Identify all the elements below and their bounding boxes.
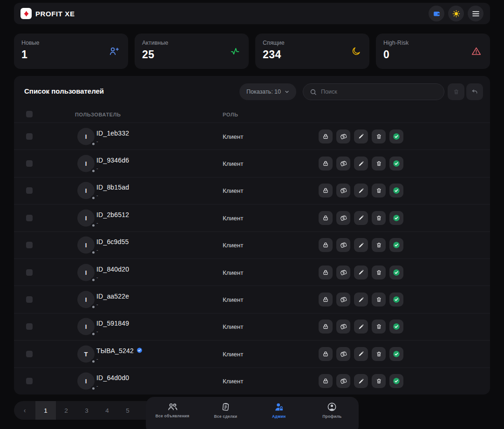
- lock-button[interactable]: [319, 347, 333, 361]
- edit-button[interactable]: [354, 266, 368, 279]
- delete-button[interactable]: [372, 157, 386, 170]
- row-checkbox[interactable]: [26, 133, 33, 140]
- edit-button[interactable]: [354, 157, 368, 170]
- cash-button[interactable]: [336, 320, 350, 334]
- approve-button[interactable]: [389, 293, 403, 306]
- delete-button[interactable]: [372, 184, 386, 197]
- cash-button[interactable]: [336, 211, 350, 225]
- user-name-block: ID_1eb332 -: [96, 129, 129, 143]
- delete-button[interactable]: [372, 211, 386, 225]
- lock-button[interactable]: [319, 211, 333, 225]
- check-circle-icon: [392, 214, 401, 222]
- cash-button[interactable]: [336, 184, 350, 197]
- bulk-delete-button[interactable]: [448, 83, 464, 100]
- row-checkbox[interactable]: [26, 187, 33, 194]
- approve-button[interactable]: [389, 211, 403, 225]
- row-checkbox[interactable]: [26, 351, 33, 357]
- pencil-icon: [358, 269, 364, 275]
- edit-button[interactable]: [354, 320, 368, 334]
- table-row: Т ТЫВА_5242 - Клиент: [14, 340, 490, 367]
- nav-label: Все сделки: [214, 414, 238, 419]
- user-subtext: -: [96, 192, 129, 198]
- delete-button[interactable]: [372, 293, 386, 306]
- approve-button[interactable]: [389, 129, 403, 143]
- page-button[interactable]: 3: [76, 401, 97, 420]
- nav-item-all-deals[interactable]: Все сделки: [199, 402, 252, 419]
- lock-icon: [322, 378, 329, 384]
- table-row: I ID_591849 - Клиент: [14, 313, 490, 340]
- lock-button[interactable]: [319, 184, 333, 197]
- stat-card-active: Активные 25: [135, 34, 249, 69]
- lock-button[interactable]: [319, 293, 333, 306]
- edit-button[interactable]: [354, 347, 368, 361]
- approve-button[interactable]: [389, 320, 403, 334]
- nav-item-profile[interactable]: Профиль: [306, 402, 359, 419]
- approve-button[interactable]: [389, 157, 403, 170]
- activity-icon: [230, 47, 240, 56]
- page-button[interactable]: 1: [35, 401, 56, 420]
- lock-button[interactable]: [319, 320, 333, 334]
- cash-button[interactable]: [336, 157, 350, 170]
- row-checkbox[interactable]: [26, 323, 33, 330]
- undo-button[interactable]: [466, 83, 483, 100]
- search-input[interactable]: [321, 89, 437, 95]
- page-button[interactable]: 2: [56, 401, 76, 420]
- row-checkbox[interactable]: [26, 242, 33, 248]
- stat-label: Новые: [21, 40, 121, 46]
- approve-button[interactable]: [389, 266, 403, 279]
- edit-button[interactable]: [354, 184, 368, 197]
- approve-button[interactable]: [389, 374, 403, 388]
- pencil-icon: [358, 188, 364, 194]
- lock-button[interactable]: [319, 374, 333, 388]
- prev-page-button[interactable]: ‹: [14, 401, 35, 420]
- edit-button[interactable]: [354, 293, 368, 306]
- cash-button[interactable]: [336, 238, 350, 252]
- menu-button[interactable]: [468, 6, 484, 21]
- nav-item-all-listings[interactable]: Все объявления: [146, 402, 199, 418]
- row-checkbox[interactable]: [26, 296, 33, 303]
- delete-button[interactable]: [372, 347, 386, 361]
- nav-item-admin[interactable]: Админ: [252, 402, 306, 419]
- page-button[interactable]: 4: [97, 401, 117, 420]
- delete-button[interactable]: [372, 320, 386, 334]
- show-per-page-dropdown[interactable]: Показать: 10: [239, 83, 296, 100]
- approve-button[interactable]: [389, 184, 403, 197]
- lock-button[interactable]: [319, 157, 333, 170]
- theme-button[interactable]: [448, 6, 464, 21]
- trash-icon: [376, 187, 382, 194]
- status-dot: [91, 196, 96, 201]
- row-checkbox[interactable]: [26, 269, 33, 276]
- row-checkbox[interactable]: [26, 378, 33, 384]
- cash-button[interactable]: [336, 347, 350, 361]
- wallet-button[interactable]: [429, 6, 444, 21]
- cash-button[interactable]: [336, 374, 350, 388]
- row-checkbox[interactable]: [26, 215, 33, 221]
- cash-button[interactable]: [336, 293, 350, 306]
- lock-button[interactable]: [319, 238, 333, 252]
- user-id: ID_64d0d0: [96, 374, 129, 381]
- approve-button[interactable]: [389, 238, 403, 252]
- delete-button[interactable]: [372, 238, 386, 252]
- user-name-block: ID_2b6512 -: [96, 211, 129, 225]
- cash-button[interactable]: [336, 266, 350, 279]
- stat-card-sleeping: Спящие 234: [255, 34, 369, 69]
- profile-icon: [327, 402, 337, 412]
- edit-button[interactable]: [354, 211, 368, 225]
- status-dot: [91, 250, 96, 255]
- edit-button[interactable]: [354, 129, 368, 143]
- approve-button[interactable]: [389, 347, 403, 361]
- lock-button[interactable]: [319, 129, 333, 143]
- delete-button[interactable]: [372, 374, 386, 388]
- edit-button[interactable]: [354, 238, 368, 252]
- trash-icon: [376, 215, 382, 221]
- row-checkbox[interactable]: [26, 160, 33, 167]
- edit-button[interactable]: [354, 374, 368, 388]
- search-box: [303, 83, 444, 100]
- page-button[interactable]: 5: [117, 401, 138, 420]
- delete-button[interactable]: [372, 129, 386, 143]
- select-all-checkbox[interactable]: [26, 111, 33, 117]
- delete-button[interactable]: [372, 266, 386, 279]
- trash-icon: [376, 242, 382, 248]
- cash-button[interactable]: [336, 129, 350, 143]
- lock-button[interactable]: [319, 266, 333, 279]
